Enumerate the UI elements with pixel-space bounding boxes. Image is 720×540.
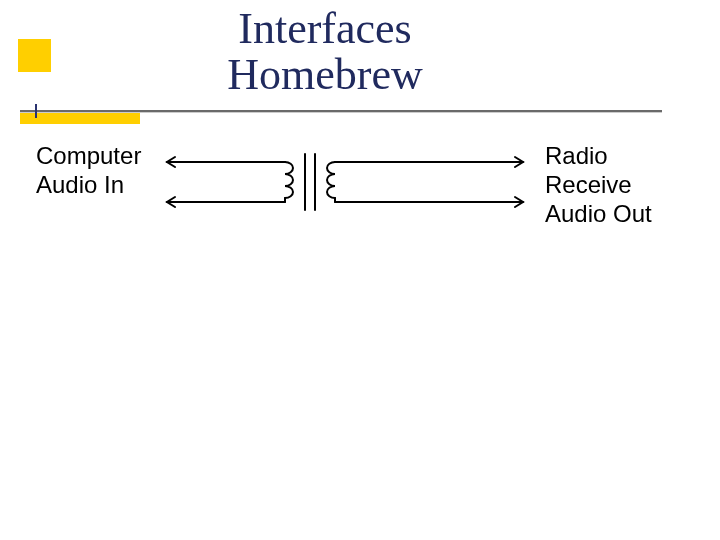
page-title: Interfaces Homebrew [200,6,450,98]
title-line-2: Homebrew [200,52,450,98]
title-line-1: Interfaces [200,6,450,52]
bullet-tick [35,104,37,118]
label-right-line-1: Radio [545,142,705,171]
label-right-line-3: Audio Out [545,200,705,229]
transformer-icon [155,142,535,222]
accent-square-top [18,39,51,72]
label-right-line-2: Receive [545,171,705,200]
transformer-schematic [155,142,535,222]
accent-bar-under-divider [20,112,140,124]
horizontal-divider [20,110,662,112]
label-radio-receive-audio-out: Radio Receive Audio Out [545,142,705,228]
